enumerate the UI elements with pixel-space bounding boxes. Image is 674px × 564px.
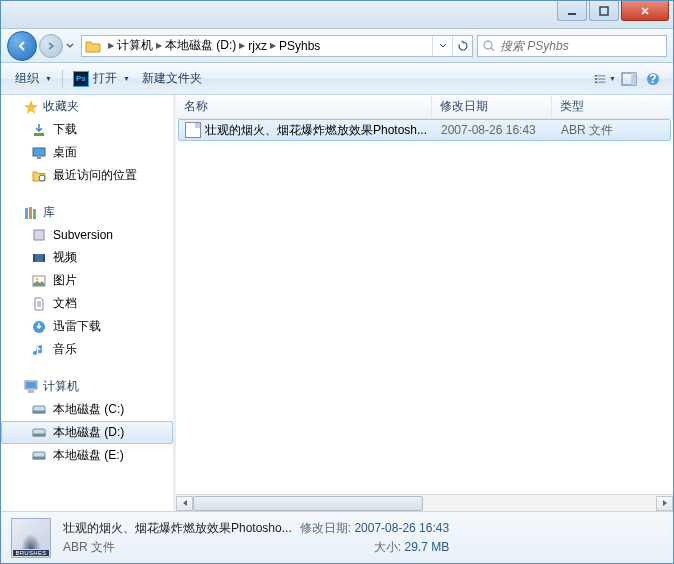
details-filename: 壮观的烟火、烟花爆炸燃放效果Photosho... — [63, 520, 292, 537]
chevron-right-icon[interactable]: ▶ — [108, 41, 114, 50]
scroll-thumb[interactable] — [193, 496, 423, 511]
libraries-header[interactable]: 库 — [1, 201, 173, 224]
sidebar-item-videos[interactable]: 视频 — [1, 246, 173, 269]
search-box[interactable] — [477, 35, 667, 57]
svg-rect-33 — [33, 434, 45, 436]
favorites-group: 收藏夹 下载 桌面 最近访问的位置 — [1, 95, 173, 187]
open-with-button[interactable]: Ps 打开▼ — [67, 67, 136, 90]
sidebar-item-recent[interactable]: 最近访问的位置 — [1, 164, 173, 187]
downloads-icon — [31, 122, 47, 138]
sidebar-item-drive-d[interactable]: 本地磁盘 (D:) — [1, 421, 173, 444]
back-button[interactable] — [7, 31, 37, 61]
view-options-button[interactable]: ▼ — [594, 68, 616, 90]
svg-rect-23 — [43, 254, 45, 262]
recent-icon — [31, 168, 47, 184]
size-label: 大小: — [374, 540, 401, 554]
scroll-right-button[interactable] — [656, 496, 673, 511]
column-type[interactable]: 类型 — [552, 95, 673, 118]
breadcrumb: ▶ 计算机 ▶ 本地磁盘 (D:) ▶ rjxz ▶ PSyhbs — [104, 36, 324, 56]
computer-header[interactable]: 计算机 — [1, 375, 173, 398]
breadcrumb-item[interactable]: 计算机 — [117, 37, 153, 54]
column-date[interactable]: 修改日期 — [432, 95, 552, 118]
file-list-pane: 名称 修改日期 类型 壮观的烟火、烟花爆炸燃放效果Photosh... 2007… — [176, 95, 673, 511]
svg-point-2 — [484, 41, 492, 49]
chevron-down-icon: ▼ — [45, 75, 52, 82]
file-row[interactable]: 壮观的烟火、烟花爆炸燃放效果Photosh... 2007-08-26 16:4… — [178, 119, 671, 141]
new-folder-button[interactable]: 新建文件夹 — [136, 67, 208, 90]
breadcrumb-item[interactable]: rjxz — [248, 39, 267, 53]
video-icon — [31, 250, 47, 266]
new-folder-label: 新建文件夹 — [142, 70, 202, 87]
svg-rect-13 — [34, 133, 44, 136]
column-name[interactable]: 名称 — [176, 95, 432, 118]
svg-point-25 — [36, 277, 39, 280]
organize-label: 组织 — [15, 70, 39, 87]
item-label: 本地磁盘 (D:) — [53, 424, 124, 441]
refresh-button[interactable] — [452, 36, 472, 56]
svg-rect-17 — [25, 208, 28, 219]
chevron-right-icon[interactable]: ▶ — [156, 41, 162, 50]
help-button[interactable]: ? — [642, 68, 664, 90]
item-label: 文档 — [53, 295, 77, 312]
details-line2: ABR 文件 大小: 29.7 MB — [63, 539, 449, 556]
minimize-button[interactable] — [557, 1, 587, 21]
address-bar[interactable]: ▶ 计算机 ▶ 本地磁盘 (D:) ▶ rjxz ▶ PSyhbs — [81, 35, 473, 57]
address-end — [432, 36, 472, 56]
sidebar-item-subversion[interactable]: Subversion — [1, 224, 173, 246]
organize-menu[interactable]: 组织▼ — [9, 67, 58, 90]
breadcrumb-item[interactable]: PSyhbs — [279, 39, 320, 53]
sidebar-item-documents[interactable]: 文档 — [1, 292, 173, 315]
details-filetype: ABR 文件 — [63, 539, 115, 556]
svg-rect-8 — [598, 81, 605, 83]
sidebar-item-drive-c[interactable]: 本地磁盘 (C:) — [1, 398, 173, 421]
svg-rect-15 — [37, 157, 41, 159]
sidebar-item-xunlei[interactable]: 迅雷下载 — [1, 315, 173, 338]
scroll-track[interactable] — [193, 496, 656, 511]
preview-pane-button[interactable] — [618, 68, 640, 90]
computer-label: 计算机 — [43, 378, 79, 395]
breadcrumb-item[interactable]: 本地磁盘 (D:) — [165, 37, 236, 54]
file-date: 2007-08-26 16:43 — [433, 123, 553, 137]
address-dropdown[interactable] — [432, 36, 452, 56]
sidebar-item-pictures[interactable]: 图片 — [1, 269, 173, 292]
details-pane: BRUSHES 壮观的烟火、烟花爆炸燃放效果Photosho... 修改日期: … — [1, 511, 673, 563]
star-icon — [23, 99, 39, 115]
date-label: 修改日期: — [300, 521, 351, 535]
xunlei-icon — [31, 319, 47, 335]
sidebar-item-downloads[interactable]: 下载 — [1, 118, 173, 141]
chevron-right-icon[interactable]: ▶ — [270, 41, 276, 50]
item-label: 音乐 — [53, 341, 77, 358]
svg-rect-5 — [595, 78, 597, 80]
sidebar-item-music[interactable]: 音乐 — [1, 338, 173, 361]
svg-rect-4 — [598, 74, 605, 76]
svg-rect-28 — [26, 382, 36, 388]
libraries-label: 库 — [43, 204, 55, 221]
sidebar-item-desktop[interactable]: 桌面 — [1, 141, 173, 164]
svg-rect-14 — [33, 148, 45, 156]
close-button[interactable] — [621, 1, 669, 21]
size-value: 29.7 MB — [404, 540, 449, 554]
chevron-right-icon[interactable]: ▶ — [239, 41, 245, 50]
sidebar-item-drive-e[interactable]: 本地磁盘 (E:) — [1, 444, 173, 467]
music-icon — [31, 342, 47, 358]
column-headers: 名称 修改日期 类型 — [176, 95, 673, 119]
libraries-group: 库 Subversion 视频 图片 文档 迅雷下载 音乐 — [1, 201, 173, 361]
forward-button[interactable] — [39, 34, 63, 58]
explorer-window: ▶ 计算机 ▶ 本地磁盘 (D:) ▶ rjxz ▶ PSyhbs 组织▼ Ps… — [0, 0, 674, 564]
chevron-down-icon: ▼ — [609, 75, 616, 82]
svg-rect-20 — [34, 230, 44, 240]
scroll-left-button[interactable] — [176, 496, 193, 511]
search-input[interactable] — [500, 39, 662, 53]
search-icon — [482, 39, 496, 53]
svg-rect-29 — [28, 390, 34, 393]
maximize-button[interactable] — [589, 1, 619, 21]
computer-icon — [23, 379, 39, 395]
file-name-cell: 壮观的烟火、烟花爆炸燃放效果Photosh... — [179, 122, 433, 139]
favorites-label: 收藏夹 — [43, 98, 79, 115]
svg-rect-22 — [33, 254, 35, 262]
divider — [62, 70, 63, 88]
item-label: 桌面 — [53, 144, 77, 161]
pictures-icon — [31, 273, 47, 289]
history-dropdown[interactable] — [63, 36, 77, 56]
favorites-header[interactable]: 收藏夹 — [1, 95, 173, 118]
